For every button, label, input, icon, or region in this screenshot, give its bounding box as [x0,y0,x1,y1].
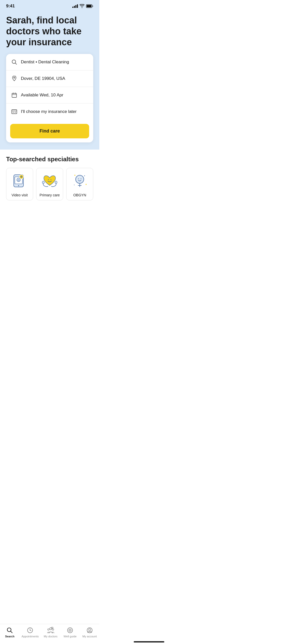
calendar-icon [11,92,17,98]
svg-rect-9 [12,110,17,114]
svg-point-17 [19,179,19,180]
svg-point-22 [48,179,49,180]
svg-rect-1 [87,5,91,7]
specialty-row[interactable]: Dentist • Dental Cleaning [6,54,93,70]
primary-care-icon [41,172,59,190]
insurance-row[interactable]: I'll choose my insurance later [6,104,93,120]
location-text: Dover, DE 19904, USA [21,76,65,81]
main-content: Top-searched specialties Video [0,150,99,226]
svg-rect-12 [15,112,16,112]
svg-point-31 [74,175,75,176]
svg-rect-5 [12,93,17,97]
signal-icon [72,4,78,8]
svg-line-3 [15,63,17,64]
location-icon [11,76,17,82]
svg-point-25 [55,181,57,184]
status-bar: 9:41 [0,0,99,11]
specialty-label-primary-care: Primary care [39,193,60,197]
svg-point-4 [14,77,15,78]
obgyn-icon [71,172,89,190]
insurance-icon [11,109,17,115]
specialty-card-primary-care[interactable]: Primary care [36,168,63,200]
status-icons [72,4,93,8]
svg-point-28 [81,178,82,179]
svg-point-26 [76,175,84,183]
date-row[interactable]: Available Wed, 10 Apr [6,87,93,104]
wifi-icon [79,4,85,8]
date-text: Available Wed, 10 Apr [21,93,63,98]
video-visit-icon [11,172,29,190]
svg-point-16 [18,179,18,180]
svg-point-24 [42,181,44,184]
specialty-label-video-visit: Video visit [11,193,28,197]
search-magnifier-icon [11,59,17,65]
specialties-section-title: Top-searched specialties [6,156,93,163]
svg-point-32 [84,175,85,176]
specialty-text: Dentist • Dental Cleaning [21,60,69,65]
battery-icon [86,4,93,8]
svg-point-21 [18,185,19,186]
specialty-card-obgyn[interactable]: OBGYN [66,168,93,200]
search-card: Dentist • Dental Cleaning Dover, DE 1990… [6,54,93,142]
svg-point-15 [17,178,20,182]
insurance-text: I'll choose my insurance later [21,109,77,114]
status-time: 9:41 [6,4,15,9]
svg-rect-11 [12,112,14,112]
svg-point-23 [51,179,51,180]
location-row[interactable]: Dover, DE 19904, USA [6,70,93,87]
hero-section: Sarah, find local doctors who take your … [0,11,99,150]
specialty-label-obgyn: OBGYN [73,193,86,197]
find-care-button[interactable]: Find care [10,124,89,138]
specialty-card-video-visit[interactable]: Video visit [6,168,33,200]
svg-point-27 [78,178,79,179]
hero-title: Sarah, find local doctors who take your … [6,15,93,48]
specialty-grid: Video visit Primary care [6,168,93,200]
